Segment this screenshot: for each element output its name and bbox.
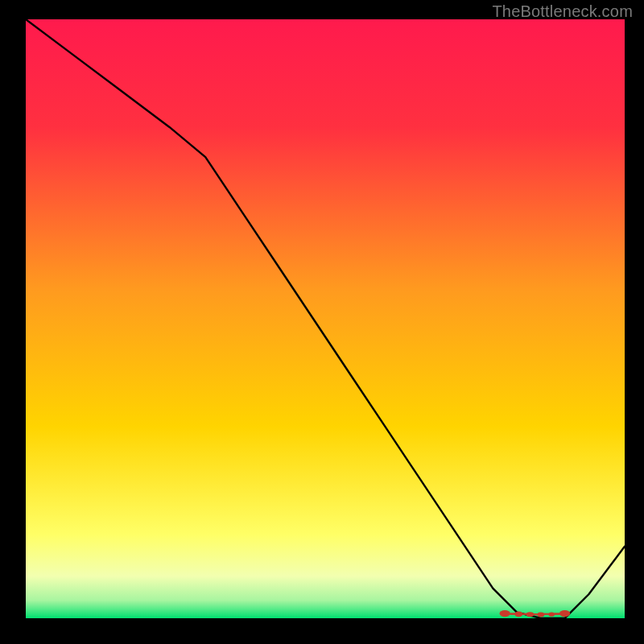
chart-curve [26,19,625,618]
svg-rect-9 [533,613,539,615]
svg-rect-11 [554,613,562,615]
svg-rect-7 [510,613,518,615]
plot-area [26,19,625,618]
watermark-text: TheBottleneck.com [492,2,633,21]
svg-point-1 [500,610,510,617]
svg-rect-8 [522,613,529,615]
chart-frame: TheBottleneck.com [0,0,644,644]
svg-rect-10 [544,613,551,615]
series-curve [26,19,625,618]
